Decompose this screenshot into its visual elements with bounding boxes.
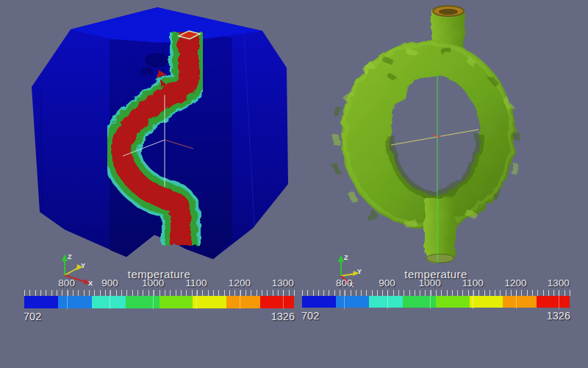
scalar-bar-segment (336, 296, 370, 308)
render-window: Z Y X Z Y X 8009001000110012001300temper… (0, 0, 588, 368)
scalar-bar-title: temperature (128, 268, 190, 280)
minor-tick (436, 290, 437, 296)
minor-tick (415, 290, 415, 296)
range-min-label: 702 (24, 311, 41, 322)
scalar-bar-segment (159, 296, 193, 308)
temperature-isosurface (332, 6, 520, 263)
minor-tick (143, 290, 143, 296)
major-tick (110, 290, 110, 309)
scalar-bar-left[interactable]: 8009001000110012001300temperature7021326 (24, 296, 294, 308)
minor-tick (51, 290, 52, 296)
minor-tick (94, 290, 95, 296)
minor-tick (382, 290, 383, 296)
minor-tick (251, 290, 251, 296)
minor-tick (105, 290, 106, 296)
minor-tick (393, 290, 394, 296)
minor-tick (29, 290, 30, 296)
bottom-tube-cap (426, 254, 454, 263)
minor-tick (452, 290, 453, 296)
minor-tick (478, 290, 479, 296)
minor-tick (132, 290, 133, 296)
minor-tick (294, 290, 295, 296)
minor-tick (40, 290, 41, 296)
minor-tick (121, 290, 122, 296)
scalar-bar-colors (24, 296, 294, 308)
minor-tick (302, 290, 303, 296)
minor-tick (404, 290, 404, 296)
minor-tick (511, 290, 512, 296)
minor-tick (313, 290, 314, 296)
minor-tick (181, 290, 182, 296)
major-tick (283, 290, 284, 309)
tick-label: 900 (379, 277, 395, 289)
minor-tick (329, 290, 329, 296)
minor-tick (431, 290, 431, 296)
z-arrow-icon (338, 255, 344, 262)
x-axis-label: X (88, 280, 93, 287)
minor-tick (68, 290, 68, 296)
minor-tick (57, 290, 57, 296)
minor-tick (137, 290, 138, 296)
minor-tick (318, 290, 319, 296)
tick-label: 800 (58, 277, 75, 289)
minor-tick (78, 290, 79, 296)
scalar-bar-segment (537, 296, 570, 308)
minor-tick (570, 290, 570, 296)
scalar-bar-segment (470, 296, 503, 308)
scalar-bar-segment (503, 296, 537, 308)
scalar-bar-segment (24, 296, 58, 308)
scalar-bar-segment (403, 296, 437, 308)
minor-tick (468, 290, 469, 296)
major-tick (344, 290, 345, 309)
minor-tick (170, 290, 171, 296)
interior-shadow (145, 53, 168, 68)
y-axis (341, 274, 354, 276)
minor-tick (553, 290, 554, 296)
minor-tick (245, 290, 246, 296)
major-tick (430, 290, 431, 309)
minor-tick (366, 290, 367, 296)
minor-tick (62, 290, 62, 296)
interior-shadow (140, 67, 154, 76)
minor-tick (356, 290, 356, 296)
minor-tick (116, 290, 117, 296)
minor-tick (273, 290, 273, 296)
minor-tick (192, 290, 193, 296)
minor-tick (377, 290, 378, 296)
y-axis (65, 268, 78, 275)
minor-tick (73, 290, 74, 296)
scalar-bar-colors (302, 296, 570, 308)
minor-tick (84, 290, 85, 296)
scalar-bar-right[interactable]: 8009001000110012001300temperature7021326 (302, 296, 570, 308)
minor-tick (100, 290, 101, 296)
y-axis-label: Y (81, 262, 85, 269)
minor-tick (425, 290, 426, 296)
minor-tick (409, 290, 410, 296)
scalar-bar-segment (126, 296, 159, 308)
minor-tick (537, 290, 538, 296)
minor-tick (154, 290, 154, 296)
minor-tick (148, 290, 149, 296)
minor-tick (462, 290, 463, 296)
minor-tick (548, 290, 549, 296)
tick-label: 900 (101, 277, 118, 289)
tick-label: 1300 (548, 277, 570, 289)
scalar-bar-segment (92, 296, 126, 308)
minor-tick (234, 290, 235, 296)
minor-tick (267, 290, 268, 296)
major-tick (516, 290, 517, 309)
tick-label: 800 (336, 277, 353, 289)
minor-tick (345, 290, 345, 296)
scalar-bar-segment (436, 296, 470, 308)
minor-tick (500, 290, 501, 296)
minor-tick (323, 290, 324, 296)
minor-tick (257, 290, 257, 296)
z-arrow-icon (62, 254, 68, 261)
scalar-bar-segment (58, 296, 92, 308)
minor-tick (24, 290, 25, 296)
minor-tick (165, 290, 165, 296)
range-max-label: 1326 (547, 310, 570, 322)
minor-tick (340, 290, 340, 296)
minor-tick (289, 290, 290, 296)
scalar-bar-title: temperature (404, 268, 467, 280)
